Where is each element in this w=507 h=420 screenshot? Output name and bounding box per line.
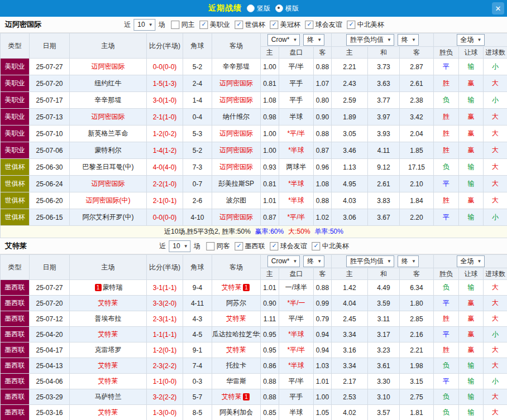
away-team[interactable]: 迈阿密国际: [212, 125, 261, 142]
away-team[interactable]: 纳什维尔: [212, 109, 261, 125]
team-name-text: 阿尔艾利开罗(中): [83, 213, 134, 221]
home-odds: 0.98: [261, 109, 279, 125]
away-team[interactable]: 华雷斯: [212, 374, 261, 389]
odds-source-select-value: Crow*: [271, 257, 290, 265]
home-avg-odds: 3.05: [332, 125, 368, 142]
filter-checkbox[interactable]: ✓中北美杯: [312, 242, 349, 251]
filter-checkbox[interactable]: ✓世俱杯: [235, 20, 265, 30]
home-team[interactable]: 迈阿密国际: [70, 59, 147, 75]
radio-vertical-layout[interactable]: 竖版: [247, 4, 270, 13]
wdl-final-select[interactable]: 终▼: [398, 255, 419, 267]
filter-checkbox[interactable]: ✓美冠杯: [270, 20, 300, 30]
home-team[interactable]: 克雷塔罗: [70, 342, 147, 358]
home-team[interactable]: 马萨特兰: [70, 389, 147, 405]
filter-checkbox[interactable]: ✓球会友谊: [270, 242, 307, 251]
away-avg-odds: 2.85: [400, 311, 434, 327]
away-odds: 1.07: [314, 75, 332, 92]
result-goals: 大: [484, 296, 507, 311]
away-team[interactable]: 迈阿密国际: [212, 92, 261, 109]
chevron-down-icon: ▼: [477, 37, 482, 42]
away-avg-odds: 3.42: [400, 109, 434, 125]
away-team[interactable]: 托拉卡: [212, 358, 261, 374]
league-type: 墨西联: [1, 358, 30, 374]
fulltime-select[interactable]: 全场▼: [457, 34, 485, 46]
col-away: 客场: [212, 255, 261, 280]
away-odds: 0.94: [314, 327, 332, 342]
away-team[interactable]: 迈阿密国际: [212, 75, 261, 92]
matches-label: 场: [194, 242, 200, 251]
match-count-select[interactable]: 10▼: [133, 19, 155, 31]
home-team[interactable]: 新英格兰革命: [70, 125, 147, 142]
fulltime-select[interactable]: 全场▼: [457, 255, 485, 267]
fulltime-select-value: 全场: [461, 35, 474, 45]
filter-checkbox[interactable]: ✓美职业: [200, 20, 230, 30]
home-team[interactable]: 蒙特利尔: [70, 142, 147, 159]
home-avg-odds: 2.43: [332, 75, 368, 92]
away-team[interactable]: 艾特莱: [212, 311, 261, 327]
team-name-text: 马萨特兰: [95, 393, 122, 400]
away-team[interactable]: 阿美利加会: [212, 405, 261, 420]
close-icon[interactable]: ✕: [492, 2, 504, 15]
match-count-select[interactable]: 10▼: [169, 240, 190, 252]
team-name-text: 艾特莱: [98, 377, 118, 385]
home-team[interactable]: 迈阿密国际(中): [70, 192, 147, 209]
away-team[interactable]: 迈阿密国际: [212, 209, 261, 226]
wdl-final-select[interactable]: 终▼: [398, 34, 419, 46]
league-type: 墨西联: [1, 311, 30, 327]
odds-final-select[interactable]: 终▼: [303, 255, 324, 267]
home-team[interactable]: 1蒙特瑞: [70, 280, 147, 296]
page-title: 近期战绩: [208, 3, 242, 13]
wdl-avg-select[interactable]: 胜平负均值▼: [346, 34, 394, 46]
home-team[interactable]: 艾特莱: [70, 296, 147, 311]
away-avg-odds: 1.81: [400, 405, 434, 420]
filter-checkbox[interactable]: 同主: [171, 20, 195, 30]
away-team[interactable]: 艾特莱1: [212, 389, 261, 405]
radio-label: 竖版: [257, 4, 270, 13]
home-team[interactable]: 迈阿密国际: [70, 109, 147, 125]
away-team[interactable]: 彭美拉斯SP: [212, 176, 261, 192]
team-name-text: 迈阿密国际: [219, 79, 253, 87]
league-type: 美职业: [1, 92, 30, 109]
corners: 4-10: [183, 209, 212, 226]
odds-source-select[interactable]: Crow*▼: [267, 255, 300, 267]
home-team[interactable]: 巴黎圣日耳曼(中): [70, 159, 147, 176]
league-type: 世俱杯: [1, 209, 30, 226]
away-team[interactable]: 迈阿密国际: [212, 159, 261, 176]
home-odds: 0.81: [261, 75, 279, 92]
home-team[interactable]: 艾特莱: [70, 358, 147, 374]
team-name-text: 波尔图: [226, 196, 246, 204]
odds-source-select[interactable]: Crow*▼: [267, 34, 300, 46]
away-team[interactable]: 迈阿密国际: [212, 142, 261, 159]
home-team[interactable]: 迈阿密国际: [70, 176, 147, 192]
away-team[interactable]: 艾特莱: [212, 342, 261, 358]
team-name-text: 迈阿密国际: [92, 180, 125, 187]
home-team[interactable]: 阿尔艾利开罗(中): [70, 209, 147, 226]
league-type: 墨西联: [1, 405, 30, 420]
result-goals: 小: [484, 92, 507, 109]
radio-horizontal-layout[interactable]: 横版: [275, 4, 299, 13]
home-odds: 0.90: [261, 296, 279, 311]
away-team[interactable]: 辛辛那堤: [212, 59, 261, 75]
home-team[interactable]: 艾特莱: [70, 327, 147, 342]
league-type: 世俱杯: [1, 176, 30, 192]
wdl-avg-select[interactable]: 胜平负均值▼: [346, 255, 394, 267]
away-team[interactable]: 艾特莱1: [212, 280, 261, 296]
header-row-groups: 类型 日期 主场 比分(半场) 角球 客场 Crow*▼终▼ 胜平负均值▼终▼ …: [1, 255, 507, 268]
home-team[interactable]: 艾特莱: [70, 405, 147, 420]
filter-checkbox[interactable]: ✓墨西联: [235, 242, 265, 251]
away-team[interactable]: 瓜达拉哈拉芝华士: [212, 327, 261, 342]
away-team[interactable]: 阿苏尔: [212, 296, 261, 311]
filter-checkbox[interactable]: 同客: [207, 242, 230, 251]
filter-checkbox[interactable]: ✓球会友谊: [305, 20, 342, 30]
filter-checkbox[interactable]: ✓中北美杯: [347, 20, 384, 30]
home-team[interactable]: 普埃布拉: [70, 311, 147, 327]
col-home-avg: 主: [332, 47, 368, 59]
odds-final-select[interactable]: 终▼: [303, 34, 324, 46]
home-team[interactable]: 辛辛那堤: [70, 92, 147, 109]
home-team[interactable]: 艾特莱: [70, 374, 147, 389]
match-date: 25-03-16: [30, 405, 70, 420]
result-wdl: 负: [434, 92, 459, 109]
match-rows: 墨西联25-07-271蒙特瑞3-1(1-1)9-4艾特莱11.01一/球半0.…: [1, 280, 507, 420]
home-team[interactable]: 纽约红牛: [70, 75, 147, 92]
away-team[interactable]: 波尔图: [212, 192, 261, 209]
